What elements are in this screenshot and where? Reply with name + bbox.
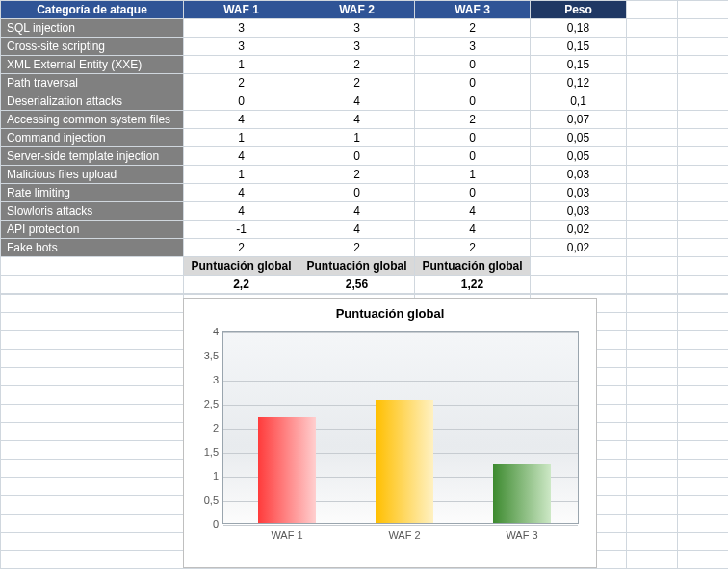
cell-blank[interactable] — [678, 350, 729, 368]
cell-blank[interactable] — [678, 313, 729, 331]
cell-blank[interactable] — [1, 478, 184, 496]
cell-blank[interactable] — [627, 533, 678, 551]
cell-waf2[interactable]: 4 — [299, 111, 415, 129]
cell-blank[interactable] — [678, 147, 729, 166]
cell-blank[interactable] — [678, 533, 729, 551]
cell-waf1[interactable]: 4 — [184, 111, 299, 129]
cell-waf1[interactable]: 2 — [184, 74, 299, 92]
cell-waf2[interactable]: 1 — [299, 129, 415, 147]
cell-blank[interactable] — [627, 350, 678, 368]
cell-category[interactable]: Slowloris attacks — [1, 202, 184, 221]
cell-category[interactable]: Command injection — [1, 129, 184, 147]
cell-blank[interactable] — [678, 166, 729, 184]
cell-waf3[interactable]: 3 — [415, 38, 531, 56]
cell-waf1[interactable]: 1 — [184, 166, 299, 184]
cell-category[interactable]: Cross-site scripting — [1, 38, 184, 56]
cell-blank[interactable] — [627, 405, 678, 423]
cell-blank[interactable] — [627, 368, 678, 386]
cell-blank[interactable] — [1, 295, 184, 313]
cell-blank[interactable] — [1, 368, 184, 386]
cell-blank[interactable] — [678, 460, 729, 478]
cell-blank[interactable] — [678, 129, 729, 147]
cell-category[interactable]: Rate limiting — [1, 184, 184, 202]
cell-waf2[interactable]: 3 — [299, 19, 415, 38]
cell-blank[interactable] — [678, 221, 729, 239]
cell-peso[interactable]: 0,12 — [531, 74, 627, 92]
cell-waf3[interactable]: 2 — [415, 239, 531, 257]
cell-category[interactable]: Fake bots — [1, 239, 184, 257]
cell-blank[interactable] — [678, 478, 729, 496]
cell-category[interactable]: Deserialization attacks — [1, 92, 184, 111]
cell-waf2[interactable]: 0 — [299, 147, 415, 166]
cell-category[interactable]: Server-side template injection — [1, 147, 184, 166]
cell-waf1[interactable]: 1 — [184, 129, 299, 147]
cell-blank[interactable] — [678, 276, 729, 294]
cell-blank[interactable] — [627, 1, 678, 19]
cell-blank[interactable] — [627, 257, 678, 276]
cell-blank[interactable] — [627, 74, 678, 92]
cell-blank[interactable] — [627, 551, 678, 569]
cell-blank[interactable] — [531, 276, 627, 294]
cell-category[interactable]: SQL injection — [1, 19, 184, 38]
cell-blank[interactable] — [627, 386, 678, 405]
header-waf1[interactable]: WAF 1 — [184, 1, 299, 19]
cell-blank[interactable] — [627, 221, 678, 239]
cell-waf3[interactable]: 0 — [415, 147, 531, 166]
cell-blank[interactable] — [627, 56, 678, 74]
cell-blank[interactable] — [678, 423, 729, 441]
cell-blank[interactable] — [1, 257, 184, 276]
cell-waf3[interactable]: 4 — [415, 202, 531, 221]
cell-blank[interactable] — [627, 202, 678, 221]
cell-blank[interactable] — [678, 295, 729, 313]
cell-waf3[interactable]: 0 — [415, 74, 531, 92]
cell-blank[interactable] — [627, 184, 678, 202]
cell-blank[interactable] — [627, 295, 678, 313]
cell-blank[interactable] — [678, 19, 729, 38]
cell-blank[interactable] — [678, 239, 729, 257]
cell-blank[interactable] — [678, 92, 729, 111]
cell-blank[interactable] — [627, 111, 678, 129]
cell-waf1[interactable]: 4 — [184, 184, 299, 202]
cell-blank[interactable] — [1, 441, 184, 460]
cell-blank[interactable] — [678, 551, 729, 569]
cell-waf1[interactable]: 3 — [184, 38, 299, 56]
cell-blank[interactable] — [678, 515, 729, 533]
cell-waf3[interactable]: 2 — [415, 19, 531, 38]
cell-waf1[interactable]: 1 — [184, 56, 299, 74]
cell-waf2[interactable]: 4 — [299, 221, 415, 239]
summary-value-w1[interactable]: 2,2 — [184, 276, 299, 294]
cell-peso[interactable]: 0,07 — [531, 111, 627, 129]
cell-blank[interactable] — [1, 350, 184, 368]
cell-peso[interactable]: 0,03 — [531, 184, 627, 202]
cell-blank[interactable] — [678, 1, 729, 19]
cell-blank[interactable] — [627, 92, 678, 111]
cell-waf3[interactable]: 0 — [415, 184, 531, 202]
cell-blank[interactable] — [1, 551, 184, 569]
summary-label-w2[interactable]: Puntuación global — [299, 257, 415, 276]
cell-category[interactable]: XML External Entity (XXE) — [1, 56, 184, 74]
cell-blank[interactable] — [678, 111, 729, 129]
cell-waf3[interactable]: 2 — [415, 111, 531, 129]
cell-waf1[interactable]: 4 — [184, 202, 299, 221]
cell-blank[interactable] — [1, 405, 184, 423]
cell-waf3[interactable]: 0 — [415, 92, 531, 111]
cell-waf1[interactable]: 0 — [184, 92, 299, 111]
cell-blank[interactable] — [678, 405, 729, 423]
cell-waf2[interactable]: 2 — [299, 166, 415, 184]
cell-waf2[interactable]: 2 — [299, 56, 415, 74]
cell-blank[interactable] — [627, 147, 678, 166]
cell-blank[interactable] — [1, 460, 184, 478]
header-waf2[interactable]: WAF 2 — [299, 1, 415, 19]
cell-peso[interactable]: 0,05 — [531, 129, 627, 147]
summary-label-w3[interactable]: Puntuación global — [415, 257, 531, 276]
cell-blank[interactable] — [627, 460, 678, 478]
cell-blank[interactable] — [627, 515, 678, 533]
cell-blank[interactable] — [531, 257, 627, 276]
cell-category[interactable]: API protection — [1, 221, 184, 239]
cell-category[interactable]: Path traversal — [1, 74, 184, 92]
cell-peso[interactable]: 0,03 — [531, 202, 627, 221]
cell-waf2[interactable]: 4 — [299, 202, 415, 221]
cell-blank[interactable] — [1, 533, 184, 551]
cell-blank[interactable] — [627, 331, 678, 350]
cell-blank[interactable] — [678, 56, 729, 74]
